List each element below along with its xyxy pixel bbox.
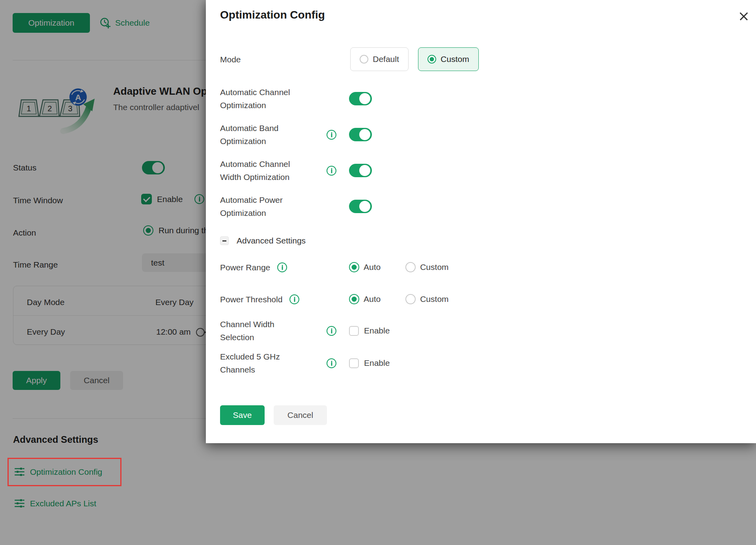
auto-channel-width-optimization-row: Automatic Channel Width Optimization — [220, 157, 744, 184]
radio-on-icon — [349, 294, 359, 304]
drawer-actions: Save Cancel — [220, 405, 327, 425]
mode-default-label: Default — [373, 54, 399, 64]
auto-channel-optimization-toggle[interactable] — [349, 92, 372, 105]
power-range-custom-option[interactable]: Custom — [405, 262, 448, 272]
collapse-minus-icon[interactable] — [220, 236, 229, 245]
auto-power-optimization-row: Automatic Power Optimization — [220, 193, 744, 219]
save-button[interactable]: Save — [220, 405, 265, 425]
optimization-config-drawer: Optimization Config Mode Default Custom … — [206, 0, 756, 443]
advanced-settings-header[interactable]: Advanced Settings — [220, 236, 744, 245]
auto-power-optimization-toggle[interactable] — [349, 200, 372, 213]
row-label: Automatic Band Optimization — [220, 122, 301, 148]
channel-width-selection-row: Channel Width Selection Enable — [220, 318, 744, 344]
mode-custom-label: Custom — [441, 54, 469, 64]
close-icon[interactable] — [738, 10, 750, 22]
row-label: Automatic Power Optimization — [220, 193, 301, 219]
channel-width-selection-checkbox[interactable] — [349, 326, 359, 336]
radio-on-icon — [349, 262, 359, 272]
info-icon[interactable] — [327, 326, 336, 336]
radio-off-icon — [360, 55, 368, 64]
power-threshold-row: Power Threshold Auto Custom — [220, 293, 744, 305]
row-label: Excluded 5 GHz Channels — [220, 350, 301, 376]
option-label: Auto — [364, 294, 381, 304]
auto-channel-width-optimization-toggle[interactable] — [349, 164, 372, 177]
option-label: Custom — [420, 262, 448, 272]
enable-label: Enable — [364, 358, 390, 368]
option-label: Custom — [420, 294, 448, 304]
mode-label: Mode — [220, 53, 241, 66]
mode-default-option[interactable]: Default — [350, 47, 409, 71]
row-label: Power Range — [220, 261, 270, 274]
info-icon[interactable] — [327, 358, 336, 368]
auto-band-optimization-toggle[interactable] — [349, 128, 372, 141]
option-label: Auto — [364, 262, 381, 272]
power-range-row: Power Range Auto Custom — [220, 261, 744, 273]
info-icon[interactable] — [327, 166, 336, 176]
radio-off-icon — [405, 262, 416, 272]
mode-row: Mode Default Custom — [220, 47, 744, 71]
info-icon[interactable] — [327, 130, 336, 140]
mode-custom-option[interactable]: Custom — [418, 47, 479, 71]
excluded-5ghz-channels-checkbox[interactable] — [349, 358, 359, 368]
auto-band-optimization-row: Automatic Band Optimization — [220, 122, 744, 148]
enable-label: Enable — [364, 326, 390, 335]
advanced-settings-label: Advanced Settings — [237, 236, 306, 245]
power-range-auto-option[interactable]: Auto — [349, 262, 381, 272]
row-label: Automatic Channel Optimization — [220, 86, 301, 112]
red-highlight-box — [7, 458, 121, 486]
auto-channel-optimization-row: Automatic Channel Optimization — [220, 86, 744, 112]
info-icon[interactable] — [277, 262, 287, 272]
screen: Optimization Schedule — [0, 0, 756, 545]
info-icon[interactable] — [289, 294, 299, 304]
row-label: Channel Width Selection — [220, 318, 301, 344]
drawer-title: Optimization Config — [220, 9, 325, 21]
power-threshold-auto-option[interactable]: Auto — [349, 294, 381, 304]
excluded-5ghz-channels-row: Excluded 5 GHz Channels Enable — [220, 350, 744, 376]
radio-on-icon — [427, 55, 436, 64]
drawer-cancel-button[interactable]: Cancel — [274, 405, 327, 425]
row-label: Automatic Channel Width Optimization — [220, 157, 301, 184]
row-label: Power Threshold — [220, 293, 282, 306]
radio-off-icon — [405, 294, 416, 304]
power-threshold-custom-option[interactable]: Custom — [405, 294, 448, 304]
